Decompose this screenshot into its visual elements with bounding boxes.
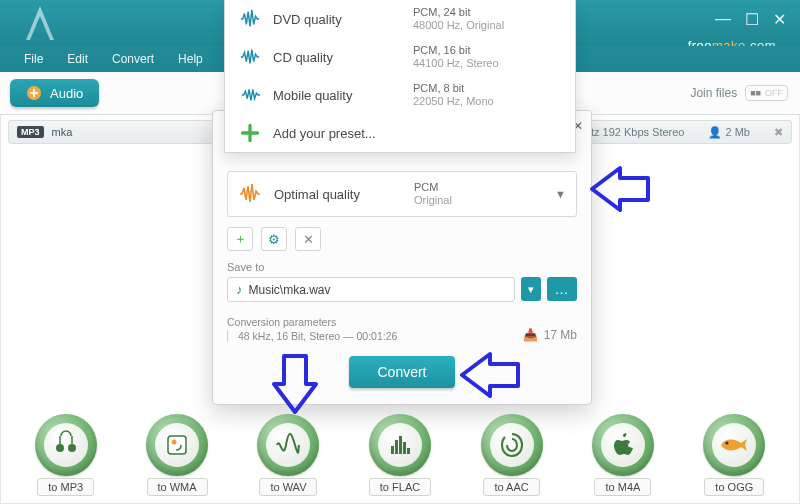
file-format-badge: MP3 <box>17 126 44 138</box>
format-label: to OGG <box>704 478 764 496</box>
svg-point-4 <box>172 440 177 445</box>
window-minimize-button[interactable]: — <box>715 10 731 29</box>
preset-settings-button[interactable]: ⚙ <box>261 227 287 251</box>
format-wma[interactable]: to WMA <box>146 414 208 496</box>
wav-output-dialog: ✕ Optimal quality PCM Original ▼ ＋ ⚙ ✕ S… <box>212 110 592 405</box>
waveform-icon <box>239 84 261 106</box>
disk-icon: 📥 <box>523 328 538 342</box>
save-path-input[interactable]: ♪ Music\mka.wav <box>227 277 515 302</box>
convert-button[interactable]: Convert <box>349 356 454 388</box>
preset-dvd-quality[interactable]: DVD quality PCM, 24 bit48000 Hz, Origina… <box>225 0 575 38</box>
preset-name: DVD quality <box>273 12 413 27</box>
save-path-browse-button[interactable]: … <box>547 277 577 301</box>
preset-mobile-quality[interactable]: Mobile quality PCM, 8 bit22050 Hz, Mono <box>225 76 575 114</box>
quality-presets-dropdown: DVD quality PCM, 24 bit48000 Hz, Origina… <box>224 0 576 153</box>
menu-convert[interactable]: Convert <box>100 48 166 70</box>
waveform-icon <box>239 46 261 68</box>
svg-point-1 <box>56 444 64 452</box>
selected-preset-codec: PCM <box>414 181 452 194</box>
wma-icon <box>155 423 199 467</box>
format-wav[interactable]: to WAV <box>257 414 319 496</box>
add-audio-label: Audio <box>50 86 83 101</box>
flac-icon <box>378 423 422 467</box>
format-label: to WMA <box>147 478 208 496</box>
apple-icon <box>601 423 645 467</box>
file-remove-button[interactable]: ✖ <box>774 126 783 139</box>
plus-icon <box>26 85 42 101</box>
menu-help[interactable]: Help <box>166 48 215 70</box>
music-note-icon: ♪ <box>236 282 243 297</box>
preset-delete-button[interactable]: ✕ <box>295 227 321 251</box>
svg-rect-3 <box>168 436 186 454</box>
format-m4a[interactable]: to M4A <box>592 414 654 496</box>
chevron-down-icon: ▼ <box>555 188 566 200</box>
preset-add-your-own[interactable]: Add your preset... <box>225 114 575 152</box>
annotation-arrow <box>586 164 650 214</box>
waveform-icon <box>238 182 262 206</box>
format-aac[interactable]: to AAC <box>481 414 543 496</box>
file-codec-bitrate: tz 192 Kbps Stereo <box>591 126 685 138</box>
format-flac[interactable]: to FLAC <box>369 414 431 496</box>
save-path-text: Music\mka.wav <box>249 283 331 297</box>
output-format-bar: to MP3 to WMA to WAV to FLAC to AAC to M… <box>0 414 800 496</box>
preset-cd-quality[interactable]: CD quality PCM, 16 bit44100 Hz, Stereo <box>225 38 575 76</box>
join-files-label: Join files <box>690 86 737 100</box>
plus-icon <box>239 122 261 144</box>
earbuds-icon <box>44 423 88 467</box>
menu-file[interactable]: File <box>12 48 55 70</box>
format-label: to AAC <box>483 478 539 496</box>
svg-rect-5 <box>391 446 394 454</box>
preset-name: CD quality <box>273 50 413 65</box>
join-files-control[interactable]: Join files ■■OFF <box>690 85 788 101</box>
preset-name: Mobile quality <box>273 88 413 103</box>
menu-edit[interactable]: Edit <box>55 48 100 70</box>
ogg-fish-icon <box>712 423 756 467</box>
svg-rect-9 <box>407 448 410 454</box>
svg-point-2 <box>68 444 76 452</box>
conversion-params-value: 48 kHz, 16 Bit, Stereo — 00:01:26 <box>238 330 397 342</box>
format-label: to WAV <box>259 478 317 496</box>
aac-icon <box>490 423 534 467</box>
selected-preset-name: Optimal quality <box>274 187 414 202</box>
add-audio-button[interactable]: Audio <box>10 79 99 107</box>
window-close-button[interactable]: ✕ <box>773 10 786 29</box>
svg-rect-8 <box>403 442 406 454</box>
format-label: to FLAC <box>369 478 431 496</box>
conversion-params-label: Conversion parameters <box>227 316 397 328</box>
save-to-label: Save to <box>227 261 577 273</box>
format-label: to MP3 <box>37 478 94 496</box>
wav-icon <box>266 423 310 467</box>
output-size: 📥 17 Mb <box>523 328 577 342</box>
svg-point-10 <box>726 441 729 444</box>
file-name: mka <box>52 126 73 138</box>
app-logo <box>24 6 56 40</box>
format-ogg[interactable]: to OGG <box>703 414 765 496</box>
svg-rect-6 <box>395 440 398 454</box>
waveform-icon <box>239 8 261 30</box>
save-path-dropdown[interactable]: ▾ <box>521 277 541 301</box>
format-label: to M4A <box>594 478 651 496</box>
quality-preset-selector[interactable]: Optimal quality PCM Original ▼ <box>227 171 577 217</box>
preset-add-button[interactable]: ＋ <box>227 227 253 251</box>
preset-name: Add your preset... <box>273 126 575 141</box>
selected-preset-sub: Original <box>414 194 452 207</box>
join-toggle[interactable]: ■■OFF <box>745 85 788 101</box>
file-size: 👤 2 Mb <box>708 126 750 139</box>
window-maximize-button[interactable]: ☐ <box>745 10 759 29</box>
format-mp3[interactable]: to MP3 <box>35 414 97 496</box>
svg-rect-7 <box>399 436 402 454</box>
